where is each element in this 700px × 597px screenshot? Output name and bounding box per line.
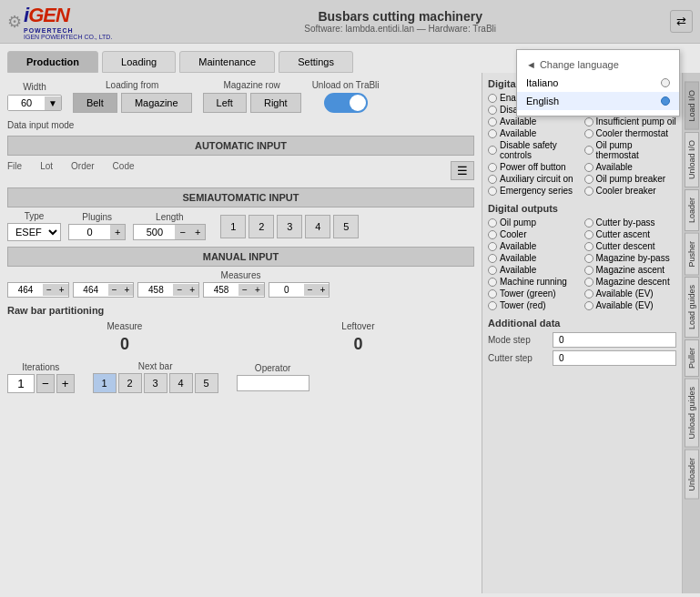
measure-3-group: − + <box>137 282 199 298</box>
m1-add[interactable]: + <box>56 284 68 296</box>
language-option-italiano[interactable]: Italiano <box>517 74 679 92</box>
m5-add[interactable]: + <box>317 284 330 296</box>
iterations-input[interactable] <box>7 374 35 393</box>
vtab-unload-guides[interactable]: Unload guides <box>685 379 699 448</box>
di-radio-2 <box>488 117 497 126</box>
m3-sub[interactable]: − <box>173 284 186 296</box>
iter-add-btn[interactable]: + <box>56 374 75 393</box>
wifi-button[interactable]: ⇄ <box>670 10 693 33</box>
length-sub-btn[interactable]: − <box>175 225 189 239</box>
language-option-english[interactable]: English <box>517 92 679 110</box>
do-col2-2: Cutter descent <box>584 241 677 251</box>
do-radio-0 <box>488 218 497 228</box>
width-down-btn[interactable]: ▼ <box>45 96 61 110</box>
m2-add[interactable]: + <box>121 284 134 296</box>
leftover-group: Leftover 0 <box>341 321 374 354</box>
tab-maintenance[interactable]: Maintenance <box>179 51 275 73</box>
num-box-3[interactable]: 3 <box>277 215 302 238</box>
di-col1-3: Available <box>488 128 581 138</box>
do-radio-c2-3 <box>584 254 593 263</box>
vtab-unload-io[interactable]: Unload I/O <box>685 132 699 187</box>
width-input-group: 60 ▼ <box>7 95 62 111</box>
do-radio-6 <box>488 289 497 298</box>
num-box-2[interactable]: 2 <box>249 215 274 238</box>
unload-label: Unload on TraBli <box>312 80 380 90</box>
m2-sub[interactable]: − <box>108 284 121 296</box>
measure-2-input[interactable] <box>74 283 108 297</box>
next-bar-box-4[interactable]: 4 <box>169 373 193 393</box>
m1-sub[interactable]: − <box>43 284 56 296</box>
width-input[interactable]: 60 <box>8 96 45 110</box>
left-button[interactable]: Left <box>203 93 247 113</box>
vtab-loader[interactable]: Loader <box>685 189 699 231</box>
vtab-pusher[interactable]: Pusher <box>685 233 699 276</box>
semiauto-input-header: SEMIAUTOMATIC INPUT <box>7 187 474 207</box>
controls-row: Width 60 ▼ Loading from Belt Magazine Ma… <box>7 80 474 113</box>
plugins-label: Plugins <box>82 212 112 222</box>
auto-input-row: File Lot Order Code ☰ <box>7 159 474 182</box>
digital-outputs-cols: Oil pump Cooler Available Available Avai… <box>488 218 676 312</box>
do-radio-c2-2 <box>584 242 593 251</box>
do-radio-1 <box>488 230 497 239</box>
magazine-row-label: Magazine row <box>223 80 279 90</box>
operator-input[interactable] <box>237 375 309 391</box>
di-col2-5: Available <box>584 162 677 172</box>
di-col1-7: Emergency series <box>488 186 581 196</box>
measure-1-input[interactable] <box>8 283 43 297</box>
plugins-group: Plugins + <box>68 212 126 240</box>
sub-title: Software: lambda.entidi.lan — Hardware: … <box>130 24 670 34</box>
menu-icon-button[interactable]: ☰ <box>451 161 474 180</box>
magazine-button[interactable]: Magazine <box>121 93 192 113</box>
type-label: Type <box>25 211 45 221</box>
m4-add[interactable]: + <box>251 284 264 296</box>
m3-add[interactable]: + <box>186 284 198 296</box>
plugins-add-btn[interactable]: + <box>110 225 125 239</box>
do-col1-0: Oil pump <box>488 218 581 228</box>
length-input[interactable] <box>134 225 175 239</box>
di-col2-4: Oil pump thermostat <box>584 140 677 160</box>
length-add-btn[interactable]: + <box>190 225 205 239</box>
measure-3-input[interactable] <box>138 283 173 297</box>
num-boxes: 1 2 3 4 5 <box>220 215 359 238</box>
vtab-puller[interactable]: Puller <box>685 339 699 377</box>
vtab-unloader[interactable]: Unloader <box>685 450 699 500</box>
vtab-load-io[interactable]: Load I/O <box>685 82 699 130</box>
m4-sub[interactable]: − <box>238 284 251 296</box>
tab-settings[interactable]: Settings <box>279 51 353 73</box>
raw-bar-title: Raw bar partitioning <box>7 305 474 316</box>
di-radio-c2-3 <box>584 129 593 138</box>
next-bar-box-2[interactable]: 2 <box>118 373 142 393</box>
num-box-1[interactable]: 1 <box>220 215 246 238</box>
vtab-load-guides[interactable]: Load guides <box>685 277 699 338</box>
type-select[interactable]: ESEF <box>7 223 61 241</box>
iter-sub-btn[interactable]: − <box>36 374 55 393</box>
do-col1-2: Available <box>488 241 581 251</box>
measure-5-input[interactable] <box>269 283 304 297</box>
measure-4-input[interactable] <box>204 283 238 297</box>
logo-gen: iGEN <box>24 4 69 27</box>
logo-company: IGEN POWERTECH CO., LTD. <box>24 34 112 40</box>
next-bar-box-3[interactable]: 3 <box>144 373 167 393</box>
measure-result-label: Measure <box>107 321 142 331</box>
next-bar-controls: 1 2 3 4 5 <box>93 373 218 393</box>
di-radio-5 <box>488 163 497 172</box>
english-label: English <box>526 96 559 106</box>
cutter-step-value: 0 <box>553 350 676 366</box>
next-bar-box-5[interactable]: 5 <box>195 373 218 393</box>
tab-loading[interactable]: Loading <box>102 51 176 73</box>
tab-production[interactable]: Production <box>7 51 98 73</box>
next-bar-box-1[interactable]: 1 <box>93 373 117 393</box>
do-col1-3: Available <box>488 253 581 263</box>
m5-sub[interactable]: − <box>304 284 317 296</box>
num-box-5[interactable]: 5 <box>333 215 359 238</box>
num-box-4[interactable]: 4 <box>305 215 330 238</box>
mode-step-row: Mode step 0 <box>488 332 676 348</box>
belt-button[interactable]: Belt <box>73 93 117 113</box>
plugins-input[interactable] <box>69 225 110 239</box>
unload-toggle[interactable] <box>324 93 368 113</box>
change-language-header: ◄ Change language <box>517 56 679 74</box>
loading-from-label: Loading from <box>106 80 158 90</box>
measure-result-group: Measure 0 <box>107 321 142 354</box>
width-group: Width 60 ▼ <box>7 82 62 111</box>
right-button[interactable]: Right <box>250 93 301 113</box>
